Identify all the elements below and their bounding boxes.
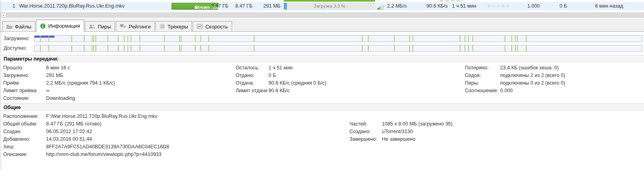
field-value: 23.4 КБ (ошибок хеша: 0): [500, 65, 559, 71]
torrent-downloaded: 291 МБ: [252, 2, 281, 10]
field-label: Хеш:: [3, 143, 46, 151]
torrent-availability: 1.000: [512, 2, 540, 10]
description-url: http://nnm-club.me/forum/viewtopic.php?p…: [46, 152, 162, 157]
field-value: ∞: [46, 88, 50, 93]
field-label: Расположение:: [3, 113, 46, 120]
field-label: Отдача:: [236, 79, 269, 87]
torrent-size-selected: 8.47 ГБ: [230, 2, 252, 10]
completed-on: Не завершено: [382, 136, 415, 142]
seeds-peers-bars-icon: [378, 4, 386, 10]
field-value: 291 МБ: [46, 73, 63, 78]
tab-files[interactable]: Файлы: [2, 21, 35, 31]
window-left-border: [0, 0, 0, 170]
general-section-title: Общие: [2, 104, 644, 111]
available-bar-label: Доступно:: [4, 45, 27, 52]
scrollbar-thumb[interactable]: [7, 12, 644, 18]
transfer-column-2: Осталось:1 ч 51 мин Отдано:0 Б Отдача:90…: [236, 64, 326, 95]
transfer-column-3: Потеряно:23.4 КБ (ошибок хеша: 0) Сидов:…: [465, 64, 565, 95]
field-value: 0.000: [500, 88, 513, 93]
ratings-icon: [120, 24, 126, 29]
field-value: подключены 0 из 2 (всего 0): [500, 80, 565, 86]
field-value: Downloading: [46, 95, 75, 101]
field-value: 0 Б: [269, 73, 276, 78]
torrent-progress-bar: Загрузка 3.3 %: [284, 3, 375, 10]
field-value: подключены 2 из 2 (всего 0): [500, 73, 565, 78]
field-value: 6 мин 16 с: [46, 65, 70, 71]
field-label: Лимит отдачи: [236, 87, 269, 95]
torrent-added-ago: 6 мин назад: [573, 2, 623, 10]
previous-row-progress-fragment: [284, 0, 375, 2]
field-label: Загружено:: [3, 72, 46, 79]
tab-ratings[interactable]: Рейтинги: [116, 21, 155, 31]
tab-label: Пиры: [98, 24, 111, 30]
field-label: Завершено:: [349, 136, 382, 143]
tab-speed[interactable]: Скорость: [193, 21, 232, 31]
progress-label: Загрузка 3.3 %: [284, 3, 375, 10]
table-row[interactable]: 1 War.Horse.2011.720p.BluRay.Rus.Ukr.Eng…: [0, 2, 644, 10]
tab-trackers[interactable]: Трекеры: [155, 21, 192, 31]
downloaded-pieces-bar: [34, 35, 642, 42]
created-by: uTorrent/3130: [382, 129, 413, 134]
created-date: 06.05.2012 17:02:42: [46, 129, 92, 134]
field-label: Добавлено:: [3, 136, 46, 143]
torrent-location: F:\War.Horse.2011.720p.BluRay.Rus.Ukr.En…: [46, 113, 157, 119]
tab-label: Файлы: [15, 24, 31, 30]
torrent-hash: 8FF2A7A9FC51AD40BDE3139A730DAA6C04EC16D8: [46, 144, 169, 150]
torrent-size: 8.47 ГБ: [200, 2, 228, 10]
field-label: Частей:: [349, 120, 382, 128]
field-label: Описание:: [3, 151, 46, 158]
downloaded-bar-label: Загружено:: [4, 35, 30, 42]
tab-label: Трекеры: [168, 24, 188, 30]
general-right-column: Частей:1085 x 8.00 МБ (загружено 35) Соз…: [349, 120, 452, 143]
field-value: 90.6 КБ/с: [269, 88, 290, 93]
field-label: Состояние:: [3, 95, 46, 102]
tab-information[interactable]: Информация: [36, 20, 84, 32]
horizontal-scrollbar[interactable]: ‹: [0, 12, 644, 18]
field-label: Отдано:: [236, 72, 269, 79]
field-value: 1 ч 51 мин: [269, 65, 293, 71]
field-label: Общий объём:: [3, 120, 46, 128]
field-label: Соотношение:: [465, 87, 500, 95]
field-label: Создано:: [349, 128, 382, 136]
tab-peers[interactable]: Пиры: [85, 21, 115, 31]
torrent-up-speed: 90.6 КБ/s: [414, 2, 448, 10]
peers-icon: [89, 24, 95, 29]
field-label: Приём:: [3, 79, 46, 87]
info-icon: [40, 23, 46, 29]
speed-icon: [197, 24, 203, 29]
field-label: Сидов:: [465, 72, 500, 79]
field-label: Потеряно:: [465, 64, 500, 72]
torrent-uploaded: 0 Б: [539, 2, 567, 10]
available-pieces-bar: [34, 45, 642, 52]
field-label: Осталось:: [236, 64, 269, 72]
total-size: 8.47 ГБ (291 МБ готово): [46, 121, 101, 127]
tab-label: Скорость: [205, 24, 228, 30]
downloaded-progress-strip: [34, 36, 55, 38]
added-date: 14.03.2016 00:51:44: [46, 136, 92, 142]
field-label: Прошло:: [3, 64, 46, 72]
torrent-number: 1: [0, 2, 15, 10]
field-value: 2.2 МБ/с (средняя 794.1 КБ/с): [46, 80, 115, 86]
pieces-info: 1085 x 8.00 МБ (загружено 35): [382, 121, 452, 127]
general-left-column: Расположение:F:\War.Horse.2011.720p.BluR…: [3, 113, 169, 158]
tab-label: Информация: [48, 23, 80, 29]
trackers-icon: [159, 24, 165, 29]
details-tab-bar: Файлы Информация Пиры Рейтинги Трекеры С…: [0, 18, 644, 32]
transfer-column-1: Прошло:6 мин 16 с Загружено:291 МБ Приём…: [3, 64, 115, 102]
transfer-section-title: Параметры передачи:: [2, 55, 644, 63]
torrent-down-speed: 2.2 МБ/s: [387, 2, 407, 10]
field-value: 90.6 КБ/с (средняя 0 Б/с): [269, 80, 326, 86]
field-label: Пиры:: [465, 79, 500, 87]
torrent-name: War.Horse.2011.720p.BluRay.Rus.Ukr.Eng.m…: [19, 2, 125, 10]
field-label: Создан:: [3, 128, 46, 136]
panel-left-border: [2, 0, 2, 170]
information-panel: Загружено: Доступно: Параметры передачи:…: [0, 32, 644, 170]
field-label: Лимит приёма: [3, 87, 46, 95]
tab-label: Рейтинги: [129, 24, 151, 30]
utorrent-window: 1 War.Horse.2011.720p.BluRay.Rus.Ukr.Eng…: [0, 0, 644, 170]
folder-icon: [6, 24, 12, 29]
previous-row-stars-fragment: [440, 0, 463, 2]
